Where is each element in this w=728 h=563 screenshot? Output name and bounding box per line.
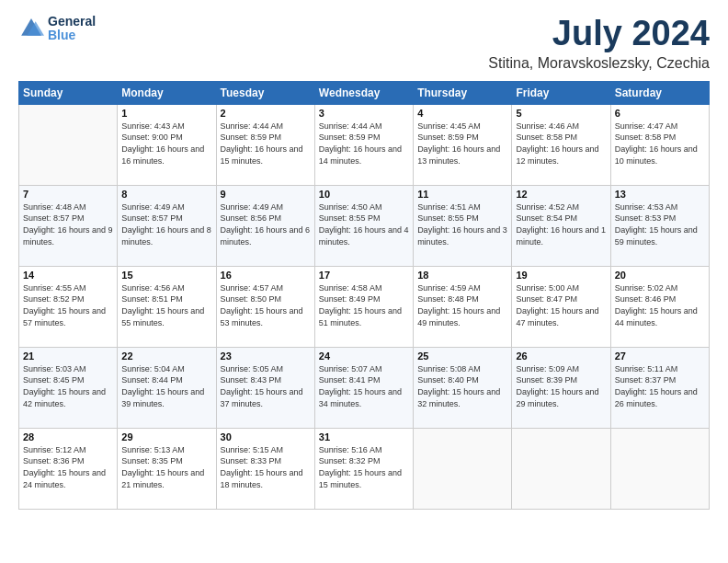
day-number: 27: [615, 350, 705, 362]
calendar-cell: 29 Sunrise: 5:13 AMSunset: 8:35 PMDaylig…: [118, 428, 216, 509]
day-info: Sunrise: 5:07 AMSunset: 8:41 PMDaylight:…: [319, 363, 409, 409]
day-info: Sunrise: 5:04 AMSunset: 8:44 PMDaylight:…: [121, 363, 211, 409]
day-info: Sunrise: 4:58 AMSunset: 8:49 PMDaylight:…: [319, 282, 409, 328]
day-info: Sunrise: 5:03 AMSunset: 8:45 PMDaylight:…: [23, 363, 113, 409]
calendar-week-row: 28 Sunrise: 5:12 AMSunset: 8:36 PMDaylig…: [19, 428, 710, 509]
title-block: July 2024 Stitina, Moravskoslezsky, Czec…: [488, 15, 710, 72]
day-number: 19: [516, 270, 606, 281]
day-number: 7: [23, 189, 113, 200]
calendar-cell: [512, 428, 610, 509]
calendar-cell: 14 Sunrise: 4:55 AMSunset: 8:52 PMDaylig…: [19, 266, 118, 347]
calendar-week-row: 14 Sunrise: 4:55 AMSunset: 8:52 PMDaylig…: [19, 266, 710, 347]
logo-line1: General: [48, 15, 96, 29]
calendar-day-header: Saturday: [610, 81, 709, 104]
calendar-cell: 20 Sunrise: 5:02 AMSunset: 8:46 PMDaylig…: [610, 266, 709, 347]
calendar-week-row: 1 Sunrise: 4:43 AMSunset: 9:00 PMDayligh…: [19, 104, 710, 185]
day-number: 15: [121, 270, 211, 281]
day-info: Sunrise: 4:55 AMSunset: 8:52 PMDaylight:…: [23, 282, 113, 328]
header: General Blue July 2024 Stitina, Moravsko…: [18, 15, 710, 72]
calendar-cell: 9 Sunrise: 4:49 AMSunset: 8:56 PMDayligh…: [216, 185, 314, 266]
day-info: Sunrise: 4:50 AMSunset: 8:55 PMDaylight:…: [319, 201, 409, 247]
day-info: Sunrise: 5:08 AMSunset: 8:40 PMDaylight:…: [417, 363, 507, 409]
day-info: Sunrise: 5:09 AMSunset: 8:39 PMDaylight:…: [516, 363, 606, 409]
day-number: 9: [221, 189, 311, 200]
calendar-cell: 17 Sunrise: 4:58 AMSunset: 8:49 PMDaylig…: [314, 266, 413, 347]
day-info: Sunrise: 4:59 AMSunset: 8:48 PMDaylight:…: [417, 282, 507, 328]
calendar-day-header: Thursday: [414, 81, 512, 104]
day-number: 21: [23, 350, 113, 362]
day-number: 22: [121, 350, 211, 362]
page: General Blue July 2024 Stitina, Moravsko…: [0, 0, 728, 563]
day-info: Sunrise: 5:00 AMSunset: 8:47 PMDaylight:…: [516, 282, 606, 328]
calendar-day-header: Monday: [118, 81, 216, 104]
calendar-cell: 18 Sunrise: 4:59 AMSunset: 8:48 PMDaylig…: [414, 266, 512, 347]
day-number: 20: [615, 270, 705, 281]
calendar-cell: 25 Sunrise: 5:08 AMSunset: 8:40 PMDaylig…: [414, 347, 512, 428]
day-info: Sunrise: 5:12 AMSunset: 8:36 PMDaylight:…: [23, 444, 113, 490]
calendar-cell: 1 Sunrise: 4:43 AMSunset: 9:00 PMDayligh…: [118, 104, 216, 185]
day-info: Sunrise: 4:46 AMSunset: 8:58 PMDaylight:…: [516, 121, 606, 167]
calendar-day-header: Sunday: [19, 81, 118, 104]
day-number: 8: [121, 189, 211, 200]
day-info: Sunrise: 4:48 AMSunset: 8:57 PMDaylight:…: [23, 201, 113, 247]
day-info: Sunrise: 4:57 AMSunset: 8:50 PMDaylight:…: [221, 282, 311, 328]
day-number: 4: [417, 108, 507, 119]
calendar-cell: 27 Sunrise: 5:11 AMSunset: 8:37 PMDaylig…: [610, 347, 709, 428]
day-info: Sunrise: 5:16 AMSunset: 8:32 PMDaylight:…: [319, 444, 409, 490]
day-info: Sunrise: 4:45 AMSunset: 8:59 PMDaylight:…: [417, 121, 507, 167]
day-number: 31: [319, 431, 409, 442]
day-info: Sunrise: 4:49 AMSunset: 8:57 PMDaylight:…: [121, 201, 211, 247]
day-number: 30: [221, 431, 311, 442]
day-number: 5: [516, 108, 606, 119]
logo-text: General Blue: [48, 15, 96, 43]
logo-icon: [18, 16, 44, 41]
calendar-header-row: SundayMondayTuesdayWednesdayThursdayFrid…: [19, 81, 710, 104]
calendar-cell: 22 Sunrise: 5:04 AMSunset: 8:44 PMDaylig…: [118, 347, 216, 428]
calendar-cell: 23 Sunrise: 5:05 AMSunset: 8:43 PMDaylig…: [216, 347, 314, 428]
day-number: 17: [319, 270, 409, 281]
calendar-cell: 28 Sunrise: 5:12 AMSunset: 8:36 PMDaylig…: [19, 428, 118, 509]
calendar-cell: [414, 428, 512, 509]
day-number: 23: [221, 350, 311, 362]
day-number: 29: [121, 431, 211, 442]
calendar-cell: 13 Sunrise: 4:53 AMSunset: 8:53 PMDaylig…: [610, 185, 709, 266]
day-info: Sunrise: 5:02 AMSunset: 8:46 PMDaylight:…: [615, 282, 705, 328]
day-number: 24: [319, 350, 409, 362]
calendar-cell: [610, 428, 709, 509]
calendar-table: SundayMondayTuesdayWednesdayThursdayFrid…: [18, 81, 710, 510]
calendar-cell: 12 Sunrise: 4:52 AMSunset: 8:54 PMDaylig…: [512, 185, 610, 266]
calendar-cell: 24 Sunrise: 5:07 AMSunset: 8:41 PMDaylig…: [314, 347, 413, 428]
calendar-cell: 16 Sunrise: 4:57 AMSunset: 8:50 PMDaylig…: [216, 266, 314, 347]
day-number: 12: [516, 189, 606, 200]
day-info: Sunrise: 4:44 AMSunset: 8:59 PMDaylight:…: [221, 121, 311, 167]
calendar-cell: 5 Sunrise: 4:46 AMSunset: 8:58 PMDayligh…: [512, 104, 610, 185]
day-info: Sunrise: 4:49 AMSunset: 8:56 PMDaylight:…: [221, 201, 311, 247]
day-number: 2: [221, 108, 311, 119]
calendar-cell: 7 Sunrise: 4:48 AMSunset: 8:57 PMDayligh…: [19, 185, 118, 266]
day-info: Sunrise: 5:11 AMSunset: 8:37 PMDaylight:…: [615, 363, 705, 409]
day-info: Sunrise: 4:51 AMSunset: 8:55 PMDaylight:…: [417, 201, 507, 247]
calendar-cell: 4 Sunrise: 4:45 AMSunset: 8:59 PMDayligh…: [414, 104, 512, 185]
day-number: 26: [516, 350, 606, 362]
calendar-cell: 8 Sunrise: 4:49 AMSunset: 8:57 PMDayligh…: [118, 185, 216, 266]
day-info: Sunrise: 4:52 AMSunset: 8:54 PMDaylight:…: [516, 201, 606, 247]
calendar-cell: 30 Sunrise: 5:15 AMSunset: 8:33 PMDaylig…: [216, 428, 314, 509]
calendar-cell: 11 Sunrise: 4:51 AMSunset: 8:55 PMDaylig…: [414, 185, 512, 266]
day-info: Sunrise: 5:13 AMSunset: 8:35 PMDaylight:…: [121, 444, 211, 490]
day-number: 25: [417, 350, 507, 362]
calendar-cell: 10 Sunrise: 4:50 AMSunset: 8:55 PMDaylig…: [314, 185, 413, 266]
calendar-cell: [19, 104, 118, 185]
day-number: 11: [417, 189, 507, 200]
day-info: Sunrise: 4:44 AMSunset: 8:59 PMDaylight:…: [319, 121, 409, 167]
day-info: Sunrise: 5:05 AMSunset: 8:43 PMDaylight:…: [221, 363, 311, 409]
calendar-cell: 19 Sunrise: 5:00 AMSunset: 8:47 PMDaylig…: [512, 266, 610, 347]
calendar-day-header: Tuesday: [216, 81, 314, 104]
day-number: 6: [615, 108, 705, 119]
calendar-cell: 21 Sunrise: 5:03 AMSunset: 8:45 PMDaylig…: [19, 347, 118, 428]
calendar-cell: 2 Sunrise: 4:44 AMSunset: 8:59 PMDayligh…: [216, 104, 314, 185]
day-number: 14: [23, 270, 113, 281]
main-title: July 2024: [488, 15, 710, 53]
calendar-day-header: Friday: [512, 81, 610, 104]
logo-line2: Blue: [48, 29, 96, 42]
logo: General Blue: [18, 15, 96, 43]
